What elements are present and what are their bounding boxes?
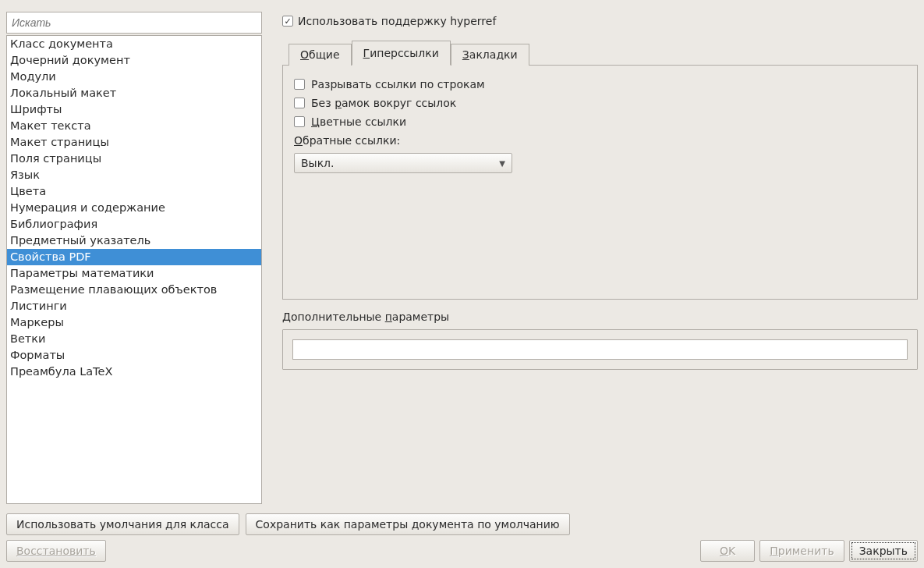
sidebar-item[interactable]: Локальный макет xyxy=(7,85,261,101)
tab[interactable]: Закладки xyxy=(451,44,529,66)
tabs: ОбщиеГиперссылкиЗакладки xyxy=(282,40,918,66)
backlinks-combo[interactable]: Выкл. ▼ xyxy=(294,153,512,173)
use-class-defaults-button[interactable]: Использовать умолчания для класса xyxy=(6,513,239,535)
sidebar-item[interactable]: Ветки xyxy=(7,331,261,347)
tab[interactable]: Гиперссылки xyxy=(352,41,451,66)
sidebar-item[interactable]: Цвета xyxy=(7,183,261,200)
sidebar-item[interactable]: Свойства PDF xyxy=(7,249,261,265)
sidebar-item[interactable]: Модули xyxy=(7,69,261,85)
sidebar-item[interactable]: Шрифты xyxy=(7,101,261,118)
sidebar-item[interactable]: Макет текста xyxy=(7,118,261,134)
use-hyperref-checkbox[interactable] xyxy=(282,16,293,27)
sidebar-item[interactable]: Класс документа xyxy=(7,36,261,52)
sidebar-item[interactable]: Язык xyxy=(7,167,261,183)
save-as-defaults-button[interactable]: Сохранить как параметры документа по умо… xyxy=(246,513,570,535)
chevron-down-icon: ▼ xyxy=(499,159,505,168)
break-links-label: Разрывать ссылки по строкам xyxy=(311,78,485,91)
break-links-checkbox[interactable] xyxy=(294,79,305,90)
use-hyperref-label: Использовать поддержку hyperref xyxy=(298,15,496,27)
sidebar-item[interactable]: Нумерация и содержание xyxy=(7,200,261,216)
sidebar-item[interactable]: Преамбула LaTeX xyxy=(7,364,261,380)
colored-links-checkbox[interactable] xyxy=(294,116,305,127)
search-input[interactable] xyxy=(6,12,262,34)
hyperlinks-panel: Разрывать ссылки по строкам Без рамок во… xyxy=(282,66,918,300)
close-button[interactable]: Закрыть xyxy=(849,540,918,562)
no-frames-label: Без рамок вокруг ссылок xyxy=(311,97,456,109)
ok-button[interactable]: OK xyxy=(700,540,755,562)
sidebar-item[interactable]: Маркеры xyxy=(7,314,261,331)
backlinks-value: Выкл. xyxy=(301,157,335,169)
apply-button[interactable]: Применить xyxy=(759,540,844,562)
sidebar-item[interactable]: Макет страницы xyxy=(7,134,261,151)
backlinks-label: Обратные ссылки: xyxy=(294,134,400,147)
sidebar-item[interactable]: Форматы xyxy=(7,347,261,364)
additional-params-label: Дополнительные параметры xyxy=(282,311,918,323)
additional-params-box xyxy=(282,329,918,370)
additional-params-input[interactable] xyxy=(292,339,908,360)
sidebar-item[interactable]: Поля страницы xyxy=(7,151,261,167)
colored-links-label: Цветные ссылки xyxy=(311,115,406,128)
sidebar-item[interactable]: Библиография xyxy=(7,216,261,233)
tab[interactable]: Общие xyxy=(289,44,352,66)
sidebar-item[interactable]: Параметры математики xyxy=(7,265,261,282)
sidebar-item[interactable]: Размещение плавающих объектов xyxy=(7,282,261,298)
category-list[interactable]: Класс документаДочерний документМодулиЛо… xyxy=(6,35,262,504)
sidebar-item[interactable]: Листинги xyxy=(7,298,261,314)
sidebar-item[interactable]: Предметный указатель xyxy=(7,233,261,249)
no-frames-checkbox[interactable] xyxy=(294,98,305,108)
sidebar-item[interactable]: Дочерний документ xyxy=(7,52,261,69)
restore-button[interactable]: Восстановить xyxy=(6,540,106,562)
